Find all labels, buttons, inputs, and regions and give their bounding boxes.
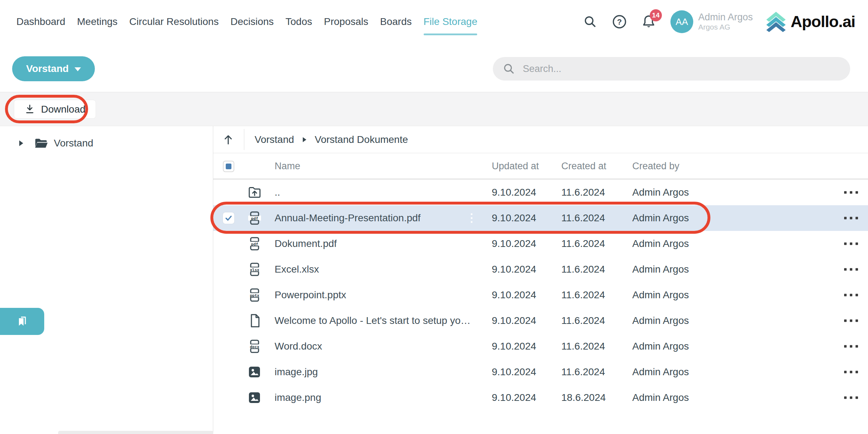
nav-item-meetings[interactable]: Meetings: [77, 16, 118, 27]
account-menu[interactable]: Admin Argos Argos AG: [698, 12, 753, 31]
nav-item-file-storage[interactable]: File Storage: [424, 16, 478, 27]
tree-item-label: Vorstand: [54, 138, 93, 149]
file-name[interactable]: Welcome to Apollo - Let's start to setup…: [275, 315, 471, 326]
created-at: 18.6.2024: [561, 392, 606, 403]
updated-at: 9.10.2024: [492, 238, 536, 249]
apollo-logo-icon: [765, 11, 787, 32]
table-row[interactable]: ..9.10.202411.6.2024Admin Argos: [213, 180, 868, 205]
tree-expand-caret-icon[interactable]: [19, 140, 23, 146]
updated-at: 9.10.2024: [492, 392, 536, 403]
search-icon: [503, 63, 515, 75]
created-by: Admin Argos: [632, 366, 689, 378]
folder-tree-panel: Vorstand: [0, 126, 213, 434]
bookmark-icon: [15, 314, 30, 329]
nav-item-boards[interactable]: Boards: [380, 16, 412, 27]
created-by: Admin Argos: [632, 289, 689, 301]
file-name[interactable]: Dokument.pdf: [275, 238, 337, 249]
main-nav: DashboardMeetingsCircular ResolutionsDec…: [16, 16, 477, 27]
created-at: 11.6.2024: [561, 315, 605, 326]
created-by: Admin Argos: [632, 187, 689, 198]
download-button[interactable]: Download: [14, 100, 96, 119]
file-name[interactable]: Annual-Meeting-Presentation.pdf: [275, 212, 420, 224]
breadcrumb-row: Vorstand Vorstand Dokumente: [213, 126, 868, 153]
account-name: Admin Argos: [698, 12, 753, 23]
table-row[interactable]: pptxPowerpoint.pptx9.10.202411.6.2024Adm…: [213, 282, 868, 308]
file-name[interactable]: Powerpoint.pptx: [275, 289, 346, 301]
avatar[interactable]: AA: [670, 10, 693, 33]
file-name[interactable]: image.jpg: [275, 366, 318, 378]
divider: [244, 129, 244, 150]
image-icon: [247, 365, 262, 379]
board-selector-button[interactable]: Vorstand: [12, 56, 95, 81]
nav-item-circular-resolutions[interactable]: Circular Resolutions: [129, 16, 219, 27]
file-name[interactable]: Excel.xlsx: [275, 264, 319, 275]
file-rows: ..9.10.202411.6.2024Admin ArgospdfAnnual…: [213, 180, 868, 410]
search-input[interactable]: [523, 63, 840, 74]
parent-folder-icon: [247, 185, 262, 200]
horizontal-scrollbar[interactable]: [58, 431, 213, 434]
download-icon: [24, 104, 35, 115]
notifications-bell-icon[interactable]: 14: [641, 14, 656, 29]
help-icon[interactable]: ?: [612, 14, 627, 29]
chevron-down-icon: [75, 67, 81, 71]
updated-at: 9.10.2024: [492, 366, 536, 378]
updated-at: 9.10.2024: [492, 212, 536, 224]
nav-item-proposals[interactable]: Proposals: [324, 16, 368, 27]
column-header-name[interactable]: Name: [275, 160, 300, 171]
svg-text:docx: docx: [250, 345, 260, 349]
row-menu-button[interactable]: [841, 291, 861, 299]
notification-count-badge: 14: [650, 9, 662, 21]
select-all-checkbox[interactable]: [223, 161, 234, 172]
svg-text:pdf: pdf: [251, 216, 258, 221]
bookmarks-button[interactable]: [0, 308, 44, 335]
nav-item-todos[interactable]: Todos: [286, 16, 312, 27]
row-menu-button[interactable]: [841, 394, 861, 402]
open-folder-icon: [34, 136, 48, 150]
file-name[interactable]: ..: [275, 187, 280, 198]
column-header-created-at[interactable]: Created at: [561, 160, 606, 171]
tree-item-vorstand[interactable]: Vorstand: [0, 126, 213, 150]
nav-item-decisions[interactable]: Decisions: [230, 16, 274, 27]
table-row[interactable]: docxWord.docx9.10.202411.6.2024Admin Arg…: [213, 334, 868, 359]
row-menu-button[interactable]: [841, 240, 861, 248]
row-checkbox[interactable]: [223, 212, 234, 224]
created-at: 11.6.2024: [561, 212, 605, 224]
drag-handle-icon[interactable]: [471, 213, 473, 223]
xlsx-icon: xlsx: [247, 262, 262, 277]
row-menu-button[interactable]: [841, 317, 861, 325]
row-menu-button[interactable]: [841, 188, 861, 197]
created-by: Admin Argos: [632, 212, 689, 224]
created-at: 11.6.2024: [561, 264, 605, 275]
table-row[interactable]: pdfDokument.pdf9.10.202411.6.2024Admin A…: [213, 231, 868, 257]
breadcrumb-item-vorstand[interactable]: Vorstand: [255, 134, 294, 145]
file-name[interactable]: image.png: [275, 392, 321, 403]
breadcrumb-caret-icon: [303, 137, 306, 142]
table-row[interactable]: image.jpg9.10.202411.6.2024Admin Argos: [213, 359, 868, 385]
search-bar: [493, 57, 850, 81]
table-row[interactable]: pdfAnnual-Meeting-Presentation.pdf9.10.2…: [213, 205, 868, 231]
apollo-logo: Apollo.ai: [765, 11, 855, 32]
brand-name: Apollo.ai: [791, 12, 855, 31]
nav-item-dashboard[interactable]: Dashboard: [16, 16, 65, 27]
file-name[interactable]: Word.docx: [275, 341, 322, 352]
breadcrumb-item-vorstand-dokumente[interactable]: Vorstand Dokumente: [315, 134, 408, 145]
breadcrumb: Vorstand Vorstand Dokumente: [255, 126, 408, 153]
row-menu-button[interactable]: [841, 265, 861, 274]
column-header-updated-at[interactable]: Updated at: [492, 160, 539, 171]
download-label: Download: [41, 104, 86, 115]
pdf-icon: pdf: [247, 211, 262, 225]
table-header-row: Name Updated at Created at Created by: [213, 153, 868, 180]
row-menu-button[interactable]: [841, 368, 861, 376]
file-storage-page: DashboardMeetingsCircular ResolutionsDec…: [0, 0, 868, 434]
table-row[interactable]: image.png9.10.202418.6.2024Admin Argos: [213, 385, 868, 410]
go-up-button[interactable]: [219, 131, 238, 148]
search-icon[interactable]: [583, 14, 598, 29]
pptx-icon: pptx: [247, 288, 262, 302]
column-header-created-by[interactable]: Created by: [632, 160, 679, 171]
toolbar: Download: [0, 92, 868, 126]
table-row[interactable]: Welcome to Apollo - Let's start to setup…: [213, 308, 868, 334]
updated-at: 9.10.2024: [492, 315, 536, 326]
row-menu-button[interactable]: [841, 342, 861, 351]
table-row[interactable]: xlsxExcel.xlsx9.10.202411.6.2024Admin Ar…: [213, 257, 868, 282]
row-menu-button[interactable]: [841, 214, 861, 222]
